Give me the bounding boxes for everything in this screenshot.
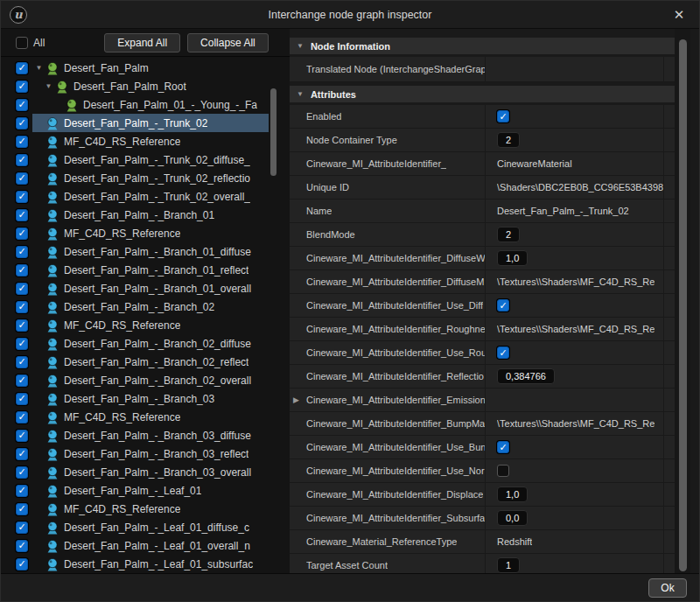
attribute-value-input[interactable]: 0,384766 — [497, 368, 555, 384]
attribute-checkbox[interactable]: ✓ — [497, 441, 509, 453]
expand-all-button[interactable]: Expand All — [104, 33, 180, 52]
node-checkbox[interactable]: ✓ — [16, 448, 28, 460]
tree-row[interactable]: ✓ MF_C4D_RS_Reference — [1, 224, 290, 242]
attribute-checkbox[interactable]: ✓ — [497, 299, 509, 312]
attribute-value-input[interactable]: 1 — [497, 557, 520, 573]
tree-row[interactable]: ✓ Desert_Fan_Palm_-_Branch_01_overall — [1, 279, 290, 298]
node-checkbox[interactable]: ✓ — [16, 540, 28, 552]
node-information-header[interactable]: ▼ Node Information — [290, 38, 676, 54]
attribute-checkbox[interactable] — [497, 465, 509, 477]
node-checkbox[interactable]: ✓ — [16, 136, 28, 148]
attribute-row: Cineware_MI_AttributeIdentifier_DiffuseM… — [290, 270, 676, 294]
node-checkbox[interactable]: ✓ — [16, 80, 28, 93]
node-checkbox[interactable]: ✓ — [16, 522, 28, 534]
attribute-value-cell: \Textures\\Shaders\MF_C4D_RS_Re — [486, 270, 664, 293]
tree-row[interactable]: ✓ ▼ Desert_Fan_Palm — [1, 59, 290, 77]
node-checkbox[interactable]: ✓ — [16, 503, 28, 515]
node-label: Desert_Fan_Palm_Root — [74, 80, 186, 93]
attribute-value-input[interactable]: 2 — [497, 132, 520, 148]
node-checkbox[interactable]: ✓ — [16, 209, 28, 221]
tree-row[interactable]: ✓ Desert_Fan_Palm_-_Trunk_02 — [1, 114, 290, 132]
attributes-rows: Enabled ✓ Node Container Type 2 Cineware… — [290, 105, 676, 573]
tree-row[interactable]: ✓ Desert_Fan_Palm_-_Branch_02_overall — [1, 371, 290, 389]
collapse-arrow-icon: ▼ — [297, 90, 304, 98]
attribute-value-cell: 2 — [486, 129, 664, 151]
node-checkbox[interactable]: ✓ — [16, 154, 28, 166]
attribute-value-input[interactable]: 1,0 — [497, 250, 528, 266]
tree-row[interactable]: ✓ Desert_Fan_Palm_-_Trunk_02_overall_ — [1, 187, 290, 206]
tree-toolbar: All Expand All Collapse All — [1, 29, 290, 57]
tree-row[interactable]: ✓ Desert_Fan_Palm_-_Branch_01_diffuse — [1, 242, 290, 261]
attribute-value-input[interactable]: 1,0 — [497, 486, 528, 502]
close-button[interactable]: ✕ — [669, 5, 689, 24]
attribute-label: Enabled — [306, 111, 341, 122]
section-title: Attributes — [311, 89, 356, 100]
collapse-all-button[interactable]: Collapse All — [187, 33, 269, 52]
node-checkbox[interactable]: ✓ — [16, 393, 28, 405]
tree-row[interactable]: ✓ Desert_Fan_Palm_-_Leaf_01_overall_n — [1, 536, 290, 555]
node-label: Desert_Fan_Palm_-_Leaf_01_subsurfac — [64, 558, 253, 570]
node-checkbox[interactable]: ✓ — [16, 319, 28, 332]
attribute-label: BlendMode — [306, 229, 355, 240]
node-checkbox[interactable]: ✓ — [16, 283, 28, 295]
attribute-label: Cineware_MI_AttributeIdentifier_Reflecti… — [306, 371, 484, 382]
shader-node-icon — [46, 318, 60, 332]
attribute-value-input[interactable]: 2 — [497, 227, 520, 242]
expand-arrow-icon[interactable]: ▶ — [293, 396, 299, 404]
node-checkbox[interactable]: ✓ — [16, 99, 28, 111]
node-checkbox[interactable]: ✓ — [16, 172, 28, 185]
tree-row[interactable]: ✓ Desert_Fan_Palm_-_Trunk_02_diffuse_ — [1, 150, 290, 169]
attributes-header[interactable]: ▼ Attributes — [290, 86, 676, 102]
node-checkbox[interactable]: ✓ — [16, 246, 28, 258]
tree-row[interactable]: ✓ Desert_Fan_Palm_-_Branch_01_reflect — [1, 261, 290, 279]
tree-row[interactable]: ✓ Desert_Fan_Palm_-_Trunk_02_reflectio — [1, 169, 290, 187]
attribute-checkbox[interactable]: ✓ — [497, 110, 509, 122]
tree-row[interactable]: ✓ Desert_Fan_Palm_-_Branch_02_reflect — [1, 353, 290, 371]
node-label: Desert_Fan_Palm_-_Branch_02_overall — [64, 374, 251, 387]
node-checkbox[interactable]: ✓ — [16, 228, 28, 240]
ok-button[interactable]: Ok — [648, 578, 687, 598]
node-checkbox[interactable]: ✓ — [16, 356, 28, 368]
tree-row[interactable]: ✓ Desert_Fan_Palm_-_Branch_03_reflect — [1, 444, 290, 463]
attribute-value-cell: 2 — [486, 223, 664, 246]
tree-scrollbar[interactable] — [270, 88, 276, 176]
node-tree: ✓ ▼ Desert_Fan_Palm ✓ ▼ — [1, 57, 290, 573]
tree-row[interactable]: ✓ ▼ Desert_Fan_Palm_Root — [1, 77, 290, 95]
tree-row[interactable]: ✓ MF_C4D_RS_Reference — [1, 408, 290, 426]
node-checkbox[interactable]: ✓ — [16, 62, 28, 74]
tree-row[interactable]: ✓ MF_C4D_RS_Reference — [1, 316, 290, 334]
translated-node-row: Translated Node (InterchangeShaderGraph — [290, 57, 676, 82]
tree-row[interactable]: ✓ Desert_Fan_Palm_-_Branch_01 — [1, 206, 290, 224]
node-checkbox[interactable]: ✓ — [16, 264, 28, 276]
node-checkbox[interactable]: ✓ — [16, 558, 28, 570]
node-checkbox[interactable]: ✓ — [16, 374, 28, 387]
tree-row[interactable]: ✓ Desert_Fan_Palm_-_Leaf_01 — [1, 481, 290, 500]
tree-row[interactable]: ✓ Desert_Fan_Palm_-_Branch_02_diffuse — [1, 334, 290, 353]
node-checkbox[interactable]: ✓ — [16, 430, 28, 442]
all-checkbox[interactable] — [16, 37, 28, 49]
tree-row[interactable]: ✓ Desert_Fan_Palm_-_Leaf_01_diffuse_c — [1, 518, 290, 536]
attribute-value-input[interactable]: 0,0 — [497, 510, 528, 526]
attribute-checkbox[interactable]: ✓ — [497, 346, 509, 359]
tree-row[interactable]: ✓ Desert_Fan_Palm_-_Branch_03 — [1, 389, 290, 408]
node-checkbox[interactable]: ✓ — [16, 338, 28, 350]
expander-arrow-icon[interactable]: ▼ — [32, 64, 46, 72]
node-checkbox[interactable]: ✓ — [16, 191, 28, 203]
expander-arrow-icon[interactable]: ▼ — [42, 82, 55, 90]
tree-row[interactable]: ✓ MF_C4D_RS_Reference — [1, 132, 290, 150]
tree-row[interactable]: ✓ Desert_Fan_Palm_01_-_Young_-_Fa — [1, 95, 290, 114]
shader-node-icon — [46, 153, 60, 167]
tree-row[interactable]: ✓ Desert_Fan_Palm_-_Branch_03_overall — [1, 463, 290, 481]
tree-row[interactable]: ✓ Desert_Fan_Palm_-_Leaf_01_subsurfac — [1, 555, 290, 573]
tree-row[interactable]: ✓ Desert_Fan_Palm_-_Branch_03_diffuse — [1, 426, 290, 444]
node-checkbox[interactable]: ✓ — [16, 411, 28, 424]
shader-node-icon — [46, 227, 60, 241]
tree-row[interactable]: ✓ MF_C4D_RS_Reference — [1, 500, 290, 518]
node-checkbox[interactable]: ✓ — [16, 466, 28, 479]
inspector-scrollbar[interactable] — [679, 39, 687, 571]
tree-row[interactable]: ✓ Desert_Fan_Palm_-_Branch_02 — [1, 298, 290, 316]
node-checkbox[interactable]: ✓ — [16, 301, 28, 313]
node-checkbox[interactable]: ✓ — [16, 117, 28, 130]
node-checkbox[interactable]: ✓ — [16, 485, 28, 497]
shader-node-icon — [46, 355, 60, 369]
